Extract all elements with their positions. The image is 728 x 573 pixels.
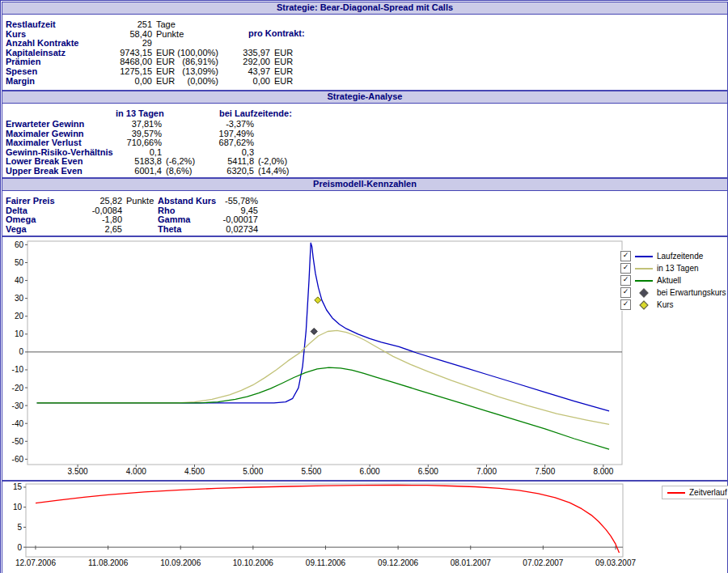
field-percent <box>176 20 218 30</box>
per-contract-unit: EUR <box>270 77 294 87</box>
strategie-rows: Restlaufzeit251TageKurs58,40PunkteAnzahl… <box>2 20 727 86</box>
svg-text:09.12.2006: 09.12.2006 <box>378 558 418 567</box>
legend-label: in 13 Tagen <box>657 264 699 273</box>
value-in-13-tagen: 6001,4 <box>117 167 162 176</box>
data-row: Spesen1275,15EUR(13,09%)43,97EUR <box>2 67 727 77</box>
time-chart-panel: 15105012.07.200611.08.200610.09.200610.1… <box>2 481 728 573</box>
panel-analyse: Strategie-Analyse in 13 Tagen bei Laufze… <box>2 91 728 178</box>
svg-text:6.500: 6.500 <box>418 467 438 476</box>
percent-laufzeitende <box>254 138 296 148</box>
percent-in-13-tagen <box>162 138 204 148</box>
per-contract-value: 0,00 <box>218 77 270 87</box>
field-value: 2,65 <box>83 225 122 235</box>
panel-preismodell-title: Preismodell-Kennzahlen <box>2 179 727 191</box>
svg-text:-10: -10 <box>12 365 24 374</box>
field-value: 0,00 <box>104 77 152 87</box>
field-label: Theta <box>154 225 211 235</box>
svg-text:30: 30 <box>15 294 24 303</box>
panel-analyse-title: Strategie-Analyse <box>2 91 727 104</box>
per-contract-unit: EUR <box>270 67 294 77</box>
time-chart: 15105012.07.200611.08.200610.09.200610.1… <box>2 482 726 571</box>
field-label: Fairer Preis <box>2 197 83 206</box>
legend-line-sample <box>667 492 686 494</box>
field-label: Restlaufzeit <box>2 20 104 30</box>
field-label: Vega <box>2 225 83 235</box>
field-label: Erwarteter Gewinn <box>2 120 117 129</box>
time-chart-legend: Zeitverlauf <box>662 486 728 499</box>
svg-text:15: 15 <box>13 482 23 491</box>
pro-kontrakt-header: pro Kontrakt: <box>245 29 305 39</box>
svg-text:09.11.2006: 09.11.2006 <box>306 558 346 567</box>
field-label: Spesen <box>2 67 104 77</box>
svg-text:7.000: 7.000 <box>476 467 497 476</box>
field-value: 0,02734 <box>211 225 258 235</box>
legend-label: Aktuell <box>657 276 681 285</box>
legend-checkbox[interactable]: ✓ <box>620 251 631 261</box>
svg-text:-20: -20 <box>12 384 24 393</box>
percent-in-13-tagen <box>162 129 204 139</box>
field-unit: Punkte <box>122 197 154 206</box>
svg-text:4.500: 4.500 <box>184 467 205 476</box>
field-value: -55,78% <box>211 197 258 206</box>
svg-text:-30: -30 <box>12 401 24 410</box>
payoff-chart: 6050403020100-10-20-30-40-50-603.5004.00… <box>2 237 726 478</box>
value-laufzeitende: -3,37% <box>204 120 254 129</box>
percent-laufzeitende <box>254 120 296 129</box>
per-contract-value: 43,97 <box>218 67 270 77</box>
percent-laufzeitende: (14,4%) <box>254 167 296 176</box>
percent-laufzeitende <box>254 129 296 139</box>
legend-diamond-icon <box>634 302 654 308</box>
field-label: Abstand Kurs <box>154 197 211 206</box>
data-row: Fairer Preis25,82PunkteAbstand Kurs-55,7… <box>2 197 727 206</box>
percent-in-13-tagen: (8,6%) <box>162 167 204 176</box>
svg-text:40: 40 <box>15 276 24 285</box>
panel-strategie: Strategie: Bear-Diagonal-Spread mit Call… <box>2 2 728 91</box>
data-row: Erwarteter Gewinn37,81%-3,37% <box>2 120 727 129</box>
preismodell-rows: Fairer Preis25,82PunkteAbstand Kurs-55,7… <box>2 197 727 234</box>
svg-text:5: 5 <box>17 523 22 532</box>
svg-text:60: 60 <box>15 240 24 249</box>
svg-text:50: 50 <box>15 258 24 267</box>
field-unit <box>122 206 154 216</box>
panel-strategie-title: Strategie: Bear-Diagonal-Spread mit Call… <box>2 2 727 15</box>
strategy-analysis-window: Strategie: Bear-Diagonal-Spread mit Call… <box>0 0 728 573</box>
legend-line-sample <box>634 268 654 270</box>
field-unit: EUR <box>152 67 176 77</box>
field-percent <box>176 30 218 40</box>
legend-item: ✓bei Erwartungskurs <box>620 286 726 299</box>
svg-text:10.09.2006: 10.09.2006 <box>160 558 201 567</box>
legend-item: ✓Kurs <box>620 299 726 311</box>
svg-text:10: 10 <box>15 329 24 338</box>
svg-text:10.10.2006: 10.10.2006 <box>233 558 273 567</box>
panel-preismodell: Preismodell-Kennzahlen Fairer Preis25,82… <box>2 178 728 236</box>
value-in-13-tagen: 37,81% <box>117 120 162 129</box>
legend-checkbox[interactable]: ✓ <box>620 275 631 286</box>
field-label: Margin <box>2 77 104 87</box>
legend-checkbox[interactable]: ✓ <box>620 263 631 274</box>
column-header-in-13-tagen: in 13 Tagen <box>116 109 164 119</box>
svg-text:4.000: 4.000 <box>126 467 146 476</box>
field-value: 1275,15 <box>104 67 152 77</box>
field-unit <box>122 225 154 235</box>
svg-text:12.07.2006: 12.07.2006 <box>15 558 56 567</box>
field-label: Upper Break Even <box>2 167 117 176</box>
data-row: Lower Break Even5183,8(-6,2%)5411,8(-2,0… <box>2 157 727 167</box>
svg-text:11.08.2006: 11.08.2006 <box>88 558 129 567</box>
svg-text:0: 0 <box>17 543 22 552</box>
svg-text:-50: -50 <box>12 437 24 446</box>
panel-preismodell-body: Fairer Preis25,82PunkteAbstand Kurs-55,7… <box>2 191 727 234</box>
legend-label: Kurs <box>657 300 674 309</box>
svg-text:0: 0 <box>19 347 23 356</box>
panel-strategie-body: pro Kontrakt: Restlaufzeit251TageKurs58,… <box>2 15 727 86</box>
svg-text:5.000: 5.000 <box>243 467 263 476</box>
data-row: Vega2,65Theta0,02734 <box>2 225 727 235</box>
legend-item: ✓Aktuell <box>620 274 726 286</box>
payoff-chart-panel: 6050403020100-10-20-30-40-50-603.5004.00… <box>2 236 728 481</box>
data-row: Anzahl Kontrakte29 <box>2 39 727 49</box>
svg-text:20: 20 <box>15 312 24 320</box>
analyse-rows: Erwarteter Gewinn37,81%-3,37%Maximaler G… <box>2 120 727 176</box>
data-row: Upper Break Even6001,4(8,6%)6320,5(14,4%… <box>2 167 727 176</box>
payoff-chart-legend: ✓Laufzeitende✓in 13 Tagen✓Aktuell✓bei Er… <box>620 250 726 311</box>
legend-checkbox[interactable]: ✓ <box>620 299 631 310</box>
legend-checkbox[interactable]: ✓ <box>620 287 631 298</box>
